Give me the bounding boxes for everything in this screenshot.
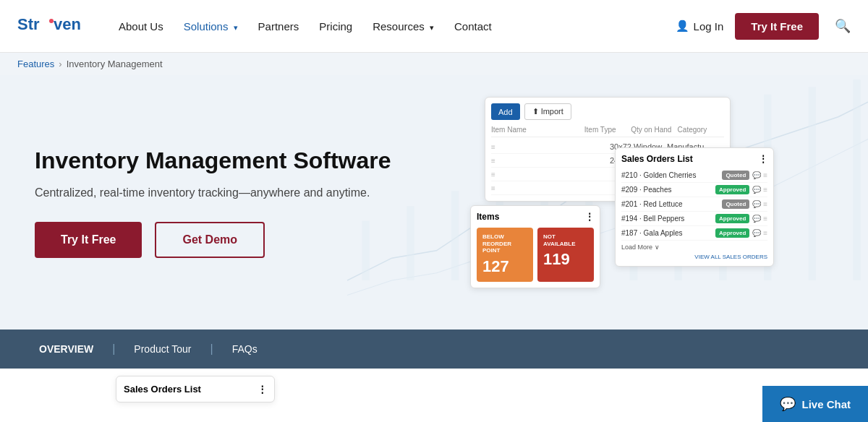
sales-card-menu[interactable]: ⋮ <box>258 384 267 395</box>
svg-rect-4 <box>407 206 414 280</box>
load-more-button[interactable]: Load More ∨ <box>621 244 767 251</box>
breadcrumb-parent[interactable]: Features <box>17 59 54 69</box>
list-item: #187 · Gala Apples Approved 💬 ≡ <box>621 226 767 241</box>
svg-rect-5 <box>451 191 459 280</box>
search-icon[interactable]: 🔍 <box>835 18 851 34</box>
mockup-import-btn[interactable]: Import <box>524 103 571 120</box>
col-qty: Qty on Hand <box>631 126 677 134</box>
hero-subtitle: Centralized, real-time inventory trackin… <box>35 184 391 202</box>
not-available-label: NOT AVAILABLE <box>543 233 588 247</box>
svg-text:ven: ven <box>54 15 81 33</box>
breadcrumb: Features › Inventory Management <box>0 53 868 75</box>
below-reorder-value: 127 <box>482 257 527 276</box>
not-available-value: 119 <box>543 250 588 269</box>
items-card-header: Items ⋮ <box>477 212 594 222</box>
nav-links: About Us Solutions ▾ Partners Pricing Re… <box>119 20 676 33</box>
try-free-button-nav[interactable]: Try It Free <box>735 13 819 40</box>
row-icons: 💬 ≡ <box>752 171 767 179</box>
sales-card-header: Sales Orders List ⋮ <box>124 384 267 395</box>
items-stat-cards: BELOW REORDER POINT 127 NOT AVAILABLE 11… <box>477 228 594 282</box>
tab-faqs[interactable]: FAQs <box>228 343 262 355</box>
tab-separator: | <box>112 343 115 356</box>
tab-product-tour[interactable]: Product Tour <box>129 343 195 355</box>
col-category: Category <box>678 126 724 134</box>
list-item: #209 · Peaches Approved 💬 ≡ <box>621 183 767 197</box>
hero-ui-mockups: Add Import Item Name Item Type Qty on Ha… <box>470 90 846 321</box>
sales-item-name: #194 · Bell Peppers <box>621 215 715 223</box>
mockup-add-btn[interactable]: Add <box>491 103 520 120</box>
below-reorder-card: BELOW REORDER POINT 127 <box>477 228 533 282</box>
bottom-section: Sales Orders List ⋮ 💬 Live Chat <box>0 369 868 422</box>
login-button[interactable]: 👤 Log In <box>676 20 724 33</box>
hero-title: Inventory Management Software <box>35 147 391 174</box>
row-handle: ≡ <box>491 184 605 192</box>
status-badge: Quoted <box>722 171 749 180</box>
items-title: Items <box>477 212 499 222</box>
list-item: #201 · Red Lettuce Quoted 💬 ≡ <box>621 197 767 212</box>
nav-contact[interactable]: Contact <box>454 20 492 33</box>
hero-content: Inventory Management Software Centralize… <box>35 147 391 258</box>
live-chat-button[interactable]: 💬 Live Chat <box>762 386 868 422</box>
solutions-dropdown-arrow: ▾ <box>234 23 238 32</box>
tab-overview[interactable]: OVERVIEW <box>35 343 98 355</box>
status-badge: Approved <box>715 228 749 238</box>
logo[interactable]: Str ven <box>17 12 90 40</box>
sales-item-name: #209 · Peaches <box>621 186 715 194</box>
row-handle: ≡ <box>491 171 605 178</box>
nav-solutions[interactable]: Solutions ▾ <box>184 20 238 33</box>
breadcrumb-separator: › <box>59 59 61 69</box>
mockup-toolbar: Add Import <box>491 103 724 120</box>
try-free-button-hero[interactable]: Try It Free <box>35 222 142 258</box>
sales-item-name: #210 · Golden Cherries <box>621 171 722 179</box>
row-icons: 💬 ≡ <box>752 200 767 208</box>
sales-menu-icon[interactable]: ⋮ <box>759 154 767 164</box>
list-item: #210 · Golden Cherries Quoted 💬 ≡ <box>621 168 767 183</box>
below-reorder-label: BELOW REORDER POINT <box>482 233 527 254</box>
row-handle: ≡ <box>491 157 605 165</box>
hero-section: Inventory Management Software Centralize… <box>0 75 868 330</box>
row-icons: 💬 ≡ <box>752 229 767 237</box>
breadcrumb-current: Inventory Management <box>67 59 163 69</box>
live-chat-icon: 💬 <box>780 396 796 412</box>
row-icons: 💬 ≡ <box>752 215 767 223</box>
live-chat-label: Live Chat <box>801 398 851 410</box>
items-menu-icon[interactable]: ⋮ <box>585 212 594 222</box>
mockup-table-header: Item Name Item Type Qty on Hand Category <box>491 126 724 137</box>
list-item: #194 · Bell Peppers Approved 💬 ≡ <box>621 212 767 226</box>
mockup-sales-orders: Sales Orders List ⋮ #210 · Golden Cherri… <box>615 147 774 267</box>
svg-text:Str: Str <box>17 15 40 33</box>
mockup-items-card: Items ⋮ BELOW REORDER POINT 127 NOT AVAI… <box>470 205 600 288</box>
resources-dropdown-arrow: ▾ <box>430 23 434 32</box>
sales-item-name: #201 · Red Lettuce <box>621 200 722 208</box>
svg-rect-14 <box>853 79 860 280</box>
sales-orders-card-bottom: Sales Orders List ⋮ <box>116 376 275 402</box>
sales-card-title: Sales Orders List <box>124 384 201 395</box>
nav-resources[interactable]: Resources ▾ <box>373 20 434 33</box>
hero-buttons: Try It Free Get Demo <box>35 222 391 258</box>
row-handle: ≡ <box>491 143 605 151</box>
nav-right: 👤 Log In Try It Free 🔍 <box>676 13 851 40</box>
view-all-link[interactable]: VIEW ALL SALES ORDERS <box>621 254 767 260</box>
user-icon: 👤 <box>676 20 689 33</box>
nav-partners[interactable]: Partners <box>258 20 299 33</box>
logo-text: Str ven <box>17 21 90 39</box>
row-icons: 💬 ≡ <box>752 186 767 194</box>
nav-about-us[interactable]: About Us <box>119 20 163 33</box>
sales-item-name: #187 · Gala Apples <box>621 229 715 237</box>
status-badge: Quoted <box>722 199 749 209</box>
col-item-name: Item Name <box>491 126 584 134</box>
not-available-card: NOT AVAILABLE 119 <box>537 228 594 282</box>
navigation: Str ven About Us Solutions ▾ Partners Pr… <box>0 0 868 53</box>
sales-title: Sales Orders List <box>621 154 693 164</box>
get-demo-button[interactable]: Get Demo <box>155 222 265 258</box>
col-item-type: Item Type <box>584 126 631 134</box>
sales-header: Sales Orders List ⋮ <box>621 154 767 164</box>
status-badge: Approved <box>715 185 749 194</box>
tab-separator: | <box>210 343 213 356</box>
status-badge: Approved <box>715 214 749 223</box>
nav-pricing[interactable]: Pricing <box>319 20 352 33</box>
tabs-bar: OVERVIEW | Product Tour | FAQs <box>0 330 868 369</box>
